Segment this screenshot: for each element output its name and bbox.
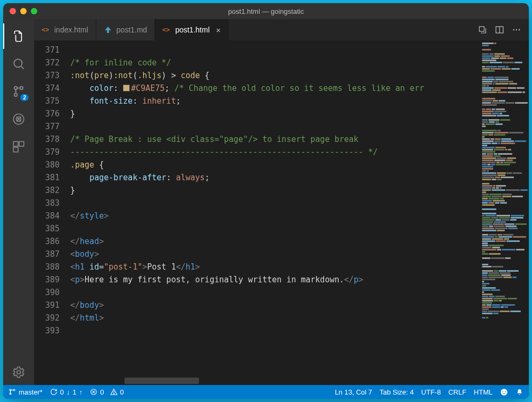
svg-text:<>: <>	[162, 26, 170, 34]
markdown-file-icon	[104, 26, 112, 34]
window-title: post1.html — goingstatic	[3, 7, 529, 15]
svg-point-17	[516, 29, 517, 30]
activity-bar: 2	[3, 19, 34, 385]
tab-bar: <> index.html post1.md <> post1.html ×	[34, 19, 529, 40]
more-actions-icon[interactable]	[512, 25, 521, 35]
tab-index-html[interactable]: <> index.html	[34, 19, 96, 40]
svg-point-3	[14, 94, 17, 96]
problems-status[interactable]: 0 0	[90, 388, 123, 396]
app-window: post1.html — goingstatic 2	[3, 3, 529, 399]
scm-badge: 2	[20, 94, 29, 101]
indentation-status[interactable]: Tab Size: 4	[379, 388, 413, 396]
eol-status[interactable]: CRLF	[448, 388, 467, 396]
code-content[interactable]: /* for inline code */:not(pre):not(.hljs…	[66, 40, 481, 385]
editor-actions	[470, 19, 529, 40]
branch-name: master*	[19, 388, 43, 396]
search-icon[interactable]	[3, 51, 34, 77]
editor-group: <> index.html post1.md <> post1.html ×	[34, 19, 529, 385]
tab-label: post1.md	[117, 26, 147, 34]
notifications-bell-icon[interactable]	[516, 388, 523, 396]
svg-line-1	[21, 66, 23, 69]
encoding-status[interactable]: UTF-8	[421, 388, 441, 396]
svg-rect-7	[13, 141, 18, 146]
svg-point-18	[519, 29, 520, 30]
tab-post1-md[interactable]: post1.md	[96, 19, 155, 40]
maximize-window-button[interactable]	[31, 8, 37, 14]
svg-rect-8	[19, 141, 24, 146]
language-mode-status[interactable]: HTML	[474, 388, 493, 396]
settings-gear-icon[interactable]	[3, 359, 34, 385]
svg-point-21	[13, 389, 15, 391]
status-bar: master* 0↓ 1↑ 0 0 Ln 13, Col 7 Tab Size:…	[3, 385, 529, 399]
line-number-gutter: 371 372 373 374 375 376 377 378 379 380 …	[34, 40, 66, 385]
svg-point-20	[10, 393, 11, 395]
tab-label: post1.html	[175, 26, 210, 34]
svg-rect-9	[13, 147, 18, 152]
svg-point-0	[14, 59, 22, 67]
tab-label: index.html	[54, 26, 88, 34]
minimize-window-button[interactable]	[20, 8, 27, 14]
extensions-icon[interactable]	[3, 134, 34, 160]
svg-point-2	[20, 87, 23, 89]
source-control-icon[interactable]: 2	[3, 79, 34, 104]
horizontal-scrollbar[interactable]	[66, 378, 478, 384]
split-editor-icon[interactable]	[495, 25, 504, 35]
svg-text:<>: <>	[41, 26, 49, 34]
svg-point-26	[503, 391, 504, 392]
tab-post1-html[interactable]: <> post1.html ×	[155, 19, 228, 40]
explorer-icon[interactable]	[3, 23, 34, 49]
workbench-body: 2 <> index.html post1.md	[3, 19, 529, 385]
close-tab-icon[interactable]: ×	[216, 26, 221, 35]
git-branch-status[interactable]: master*	[9, 388, 43, 396]
svg-point-24	[113, 393, 114, 394]
titlebar[interactable]: post1.html — goingstatic	[3, 3, 529, 19]
compare-changes-icon[interactable]	[478, 25, 487, 35]
git-sync-status[interactable]: 0↓ 1↑	[50, 388, 82, 396]
traffic-lights	[10, 8, 37, 14]
cursor-position-status[interactable]: Ln 13, Col 7	[335, 388, 372, 396]
svg-point-27	[505, 391, 506, 392]
html-file-icon: <>	[41, 26, 50, 34]
svg-rect-13	[479, 27, 484, 31]
html-file-icon: <>	[162, 26, 171, 34]
svg-point-25	[501, 389, 508, 396]
minimap[interactable]	[481, 40, 529, 385]
feedback-smiley-icon[interactable]	[500, 388, 508, 396]
scrollbar-thumb[interactable]	[124, 378, 199, 384]
debug-icon[interactable]	[3, 106, 34, 132]
editor[interactable]: 371 372 373 374 375 376 377 378 379 380 …	[34, 40, 529, 385]
svg-point-10	[17, 371, 21, 374]
svg-point-16	[513, 29, 514, 30]
close-window-button[interactable]	[10, 8, 16, 14]
